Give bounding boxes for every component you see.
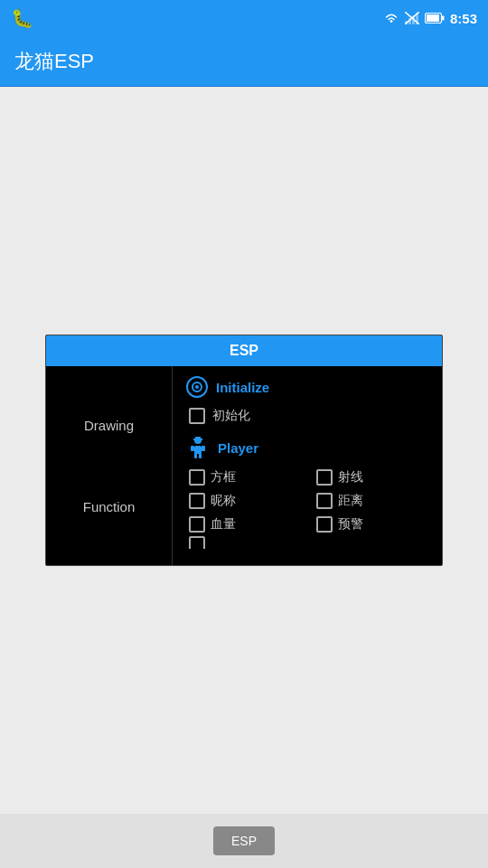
svg-rect-15 xyxy=(194,446,202,454)
bottom-bar: ESP xyxy=(0,814,488,868)
svg-rect-18 xyxy=(194,453,197,458)
esp-sidebar: Drawing Function xyxy=(46,366,173,565)
svg-point-11 xyxy=(195,385,199,389)
init-text: 初始化 xyxy=(212,408,250,424)
app-title: 龙猫ESP xyxy=(14,48,94,75)
init-checkbox-row: 初始化 xyxy=(189,408,429,424)
checkbox-juli[interactable] xyxy=(316,493,333,509)
svg-rect-8 xyxy=(442,16,445,21)
esp-panel-header: ESP xyxy=(46,335,442,366)
svg-rect-19 xyxy=(199,453,202,458)
option-juli: 距离 xyxy=(316,493,429,509)
svg-rect-7 xyxy=(427,14,439,22)
option-shexian: 射线 xyxy=(316,469,429,486)
player-label: Player xyxy=(218,440,258,456)
option-yujing: 预警 xyxy=(316,516,429,533)
svg-rect-14 xyxy=(195,437,201,439)
esp-right-panel: Initialize 初始化 xyxy=(173,366,442,565)
esp-bottom-partial xyxy=(189,536,429,549)
checkbox-fangkuang[interactable] xyxy=(189,469,205,486)
option-fangkuang: 方框 xyxy=(189,469,302,486)
init-label: Initialize xyxy=(216,380,269,395)
battery-icon xyxy=(425,13,445,24)
bug-icon: 🐛 xyxy=(11,7,33,29)
option-xueliang: 血量 xyxy=(189,516,302,533)
checkbox-shexian[interactable] xyxy=(316,469,333,486)
label-fangkuang: 方框 xyxy=(211,469,236,486)
label-nicheng: 昵称 xyxy=(211,493,236,509)
checkbox-nicheng[interactable] xyxy=(189,493,205,509)
status-bar-left: 🐛 xyxy=(11,7,33,29)
label-juli: 距离 xyxy=(338,493,363,509)
checkbox-yujing[interactable] xyxy=(316,516,333,533)
sidebar-drawing[interactable]: Drawing xyxy=(84,418,134,433)
init-row: Initialize xyxy=(185,375,429,399)
init-checkbox[interactable] xyxy=(189,408,205,424)
esp-panel-body: Drawing Function Initialize 初始化 xyxy=(46,366,442,565)
checkbox-xueliang[interactable] xyxy=(189,516,205,533)
player-icon xyxy=(185,435,211,460)
status-bar: 🐛 8:53 xyxy=(0,0,488,36)
label-xueliang: 血量 xyxy=(211,516,236,533)
wifi-icon xyxy=(383,12,399,24)
esp-button[interactable]: ESP xyxy=(213,826,275,855)
options-grid: 方框 射线 昵称 距离 xyxy=(189,469,429,533)
esp-panel: ESP Drawing Function Initialize xyxy=(45,335,443,566)
checkbox-partial[interactable] xyxy=(189,536,205,549)
sidebar-function[interactable]: Function xyxy=(83,499,136,514)
player-row: Player xyxy=(185,435,429,460)
app-bar: 龙猫ESP xyxy=(0,36,488,87)
label-shexian: 射线 xyxy=(338,469,363,486)
label-yujing: 预警 xyxy=(338,516,363,533)
status-bar-right: 8:53 xyxy=(383,11,477,26)
time-display: 8:53 xyxy=(450,11,477,26)
svg-rect-17 xyxy=(202,446,205,451)
main-content: ESP Drawing Function Initialize xyxy=(0,87,488,814)
svg-rect-16 xyxy=(191,446,194,451)
initialize-icon xyxy=(185,375,209,399)
option-nicheng: 昵称 xyxy=(189,493,302,509)
sim-icon xyxy=(405,12,419,24)
